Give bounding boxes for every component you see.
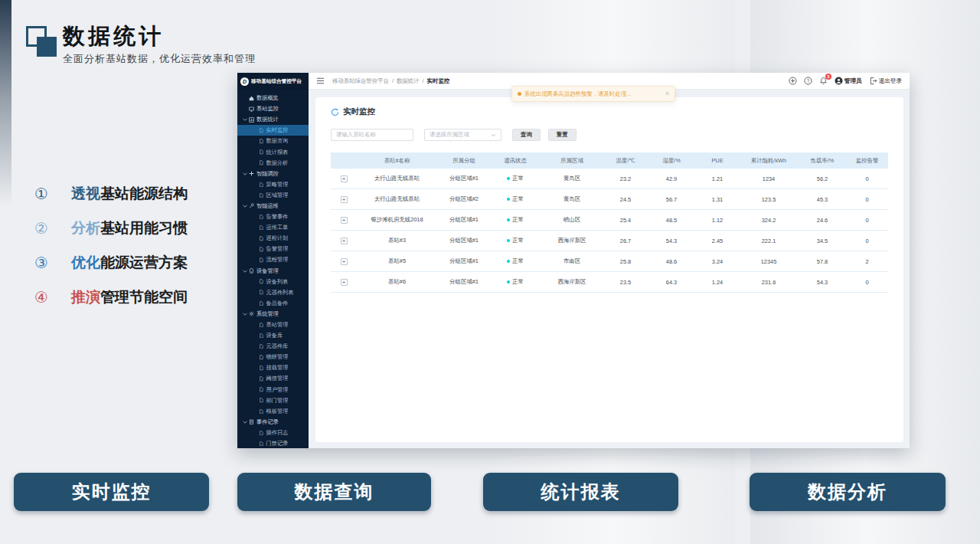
sidebar-item[interactable]: 区域管理 [237,190,309,201]
feature-keyword: 分析 [71,218,100,238]
cell-energy: 123.5 [739,196,799,203]
user-menu[interactable]: 管理员 [835,77,862,85]
table-header-cell: 温度/℃ [604,157,647,165]
sidebar-item[interactable]: 数据分析 [237,158,309,169]
sidebar-item[interactable]: 元器件列表 [237,287,309,298]
cell-pue: 1.31 [696,196,739,203]
sidebar-item[interactable]: 模板管理 [237,406,309,417]
help-icon[interactable]: ? [804,77,812,85]
sidebar-item[interactable]: 用户管理 [237,385,309,395]
doc-icon [259,149,264,155]
sidebar-section[interactable]: 设备管理 [237,266,309,277]
sidebar-item[interactable]: 物联管理 [237,352,309,362]
table-header-cell: 通讯状态 [491,157,540,165]
cell-energy: 324.2 [739,217,799,224]
doc-icon [259,409,264,415]
cell-group: 分组区域#1 [437,278,491,286]
cell-humidity: 42.9 [647,175,696,182]
cell-humidity: 48.6 [647,258,696,265]
sidebar-item[interactable]: 设备库 [237,330,309,341]
cell-group: 分组区域#2 [437,195,491,203]
sidebar-section[interactable]: 数据概览 [237,93,309,103]
table-header-cell: 所属区域 [540,157,604,165]
logout-button[interactable]: 退出登录 [869,77,902,85]
expand-row-button[interactable]: + [341,258,348,265]
sidebar-section[interactable]: 智能运维 [237,201,309,211]
cell-energy: 231.6 [739,279,799,286]
sidebar-section[interactable]: 智能调控 [237,169,309,179]
cell-group: 分组区域#1 [437,257,491,265]
breadcrumb-item[interactable]: 移动基站综合管控平台 [332,77,389,85]
sidebar-item[interactable]: 阈值管理 [237,373,309,384]
user-name: 管理员 [844,77,862,85]
feature-number: ② [34,219,53,238]
doc-icon [259,301,264,306]
app-screenshot: D 移动基站综合管控平台 数据概览 基站监控 数据统计 实时监控 数据查询 统计… [237,73,910,448]
cell-region: 市南区 [540,257,604,265]
table-row: + 太行山路无线基站 分组区域#2 正常 黄岛区 24.5 56.7 1.31 … [331,189,888,210]
app-sidebar: D 移动基站综合管控平台 数据概览 基站监控 数据统计 实时监控 数据查询 统计… [237,73,309,448]
bottom-nav-button[interactable]: 实时监控 [14,473,209,511]
sidebar-item[interactable]: 策略管理 [237,179,309,190]
sidebar-item[interactable]: 备品备件 [237,298,309,309]
expand-row-button[interactable]: + [341,279,348,286]
expand-row-button[interactable]: + [341,238,348,244]
bottom-nav-button[interactable]: 统计报表 [483,473,678,511]
cell-status: 正常 [491,195,540,203]
sidebar-item[interactable]: 基站管理 [237,320,309,330]
sidebar-item[interactable]: 元器件库 [237,341,309,352]
breadcrumb-item[interactable]: 数据统计 [397,77,420,85]
breadcrumb-separator: / [423,77,424,84]
reset-button[interactable]: 重置 [548,129,577,141]
gear-icon [249,311,254,316]
plus-circle-icon[interactable] [789,77,797,85]
breadcrumb-item[interactable]: 实时监控 [427,77,450,85]
sidebar-item[interactable]: 设备列表 [237,277,309,287]
sidebar-item[interactable]: 告警事件 [237,211,309,222]
sidebar-item[interactable]: 流程管理 [237,254,309,265]
bottom-nav-button[interactable]: 数据查询 [237,473,431,511]
sidebar-item[interactable]: 告警管理 [237,244,309,254]
query-button[interactable]: 查询 [512,129,541,141]
doc-icon [259,431,264,436]
sidebar-item[interactable]: 操作日志 [237,428,309,438]
doc-icon [259,441,264,447]
expand-row-button[interactable]: + [341,175,348,182]
doc-icon [259,355,264,360]
cell-status: 正常 [491,278,540,286]
cell-group: 分组区域#1 [437,216,491,224]
bottom-nav-button[interactable]: 数据分析 [750,473,946,511]
sidebar-item[interactable]: 巡检计划 [237,233,309,244]
expand-row-button[interactable]: + [341,217,348,224]
collapse-menu-icon[interactable] [316,77,325,85]
toast-close-icon[interactable]: × [665,90,669,97]
doc-icon [259,247,264,252]
status-dot-icon [507,218,510,221]
home-icon [249,96,254,101]
cell-station-name: 基站#6 [357,278,437,286]
refresh-icon[interactable] [331,108,339,116]
sidebar-section[interactable]: 数据统计 [237,114,309,125]
status-dot-icon [507,260,510,263]
doc-icon [259,290,264,295]
sidebar-section[interactable]: 事件记录 [237,417,309,428]
sidebar-item[interactable]: 门禁记录 [237,438,309,448]
sidebar-section[interactable]: 系统管理 [237,309,309,320]
region-select-placeholder: 请选择所属区域 [430,131,469,139]
status-dot-icon [507,239,510,242]
sidebar-item[interactable]: 实时监控 [237,125,309,136]
sidebar-item[interactable]: 统计报表 [237,146,309,157]
sidebar-item[interactable]: 数据查询 [237,136,309,146]
notifications-bell-icon[interactable]: 3 [819,77,828,85]
expand-row-button[interactable]: + [341,196,348,203]
record-icon [249,419,254,424]
station-name-input[interactable]: 请输入基站名称 [331,129,413,141]
cell-energy: 222.1 [739,238,799,244]
region-select[interactable]: 请选择所属区域 [424,129,501,141]
sidebar-item[interactable]: 部门管理 [237,395,309,406]
cell-pue: 1.24 [696,279,739,286]
cell-temperature: 26.7 [604,238,647,244]
sidebar-section[interactable]: 基站监控 [237,103,309,114]
sidebar-item[interactable]: 运维工单 [237,222,309,233]
sidebar-item[interactable]: 挂载管理 [237,362,309,373]
